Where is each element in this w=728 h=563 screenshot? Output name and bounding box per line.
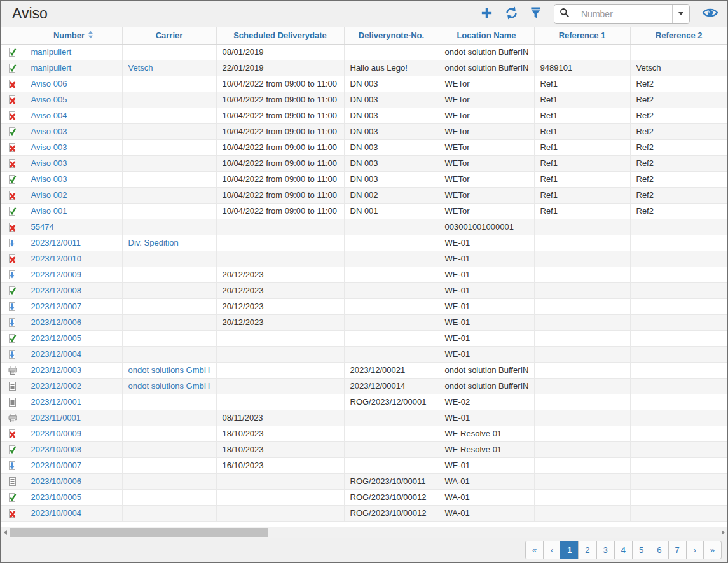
list-status-icon [8, 476, 17, 487]
cell-scheduled-deliverydate: 10/04/2022 from 09:00 to 11:00 [216, 139, 344, 155]
status-column-header [1, 27, 25, 44]
table-row: Aviso 004 10/04/2022 from 09:00 to 11:00… [1, 108, 727, 123]
cell-scheduled-deliverydate: 18/10/2023 [216, 426, 344, 441]
carrier-link[interactable]: ondot solutions GmbH [128, 365, 210, 375]
filter-button[interactable] [528, 5, 543, 23]
number-link[interactable]: 2023/12/0003 [31, 365, 82, 375]
number-link[interactable]: 2023/10/0009 [31, 429, 82, 438]
number-link[interactable]: 2023/10/0008 [31, 445, 82, 454]
page-button-5[interactable]: 5 [632, 541, 650, 559]
eye-icon [702, 6, 718, 21]
number-link[interactable]: 2023/12/0002 [31, 381, 82, 391]
number-link[interactable]: Aviso 003 [31, 127, 67, 136]
printer-status-icon [8, 365, 18, 375]
number-link[interactable]: Aviso 001 [31, 206, 67, 216]
search-input[interactable] [575, 5, 672, 23]
number-link[interactable]: Aviso 002 [31, 190, 67, 200]
cell-reference-2: Ref2 [630, 108, 727, 123]
number-link[interactable]: 2023/10/0007 [31, 461, 82, 470]
number-link[interactable]: 2023/12/0006 [31, 317, 82, 327]
cell-location-name: WETor [439, 139, 534, 155]
page-button-2[interactable]: 2 [578, 541, 596, 559]
number-link[interactable]: 2023/12/0011 [31, 238, 81, 247]
number-link[interactable]: Aviso 003 [31, 158, 67, 168]
cell-deliverynote-no: DN 003 [344, 123, 439, 139]
column-header-deliverynote-no[interactable]: Deliverynote-No. [344, 27, 439, 44]
number-link[interactable]: 2023/10/0004 [31, 508, 82, 518]
table-row: 2023/12/0005 WE-01 [1, 330, 727, 346]
number-link[interactable]: Aviso 006 [31, 79, 67, 88]
scroll-right-button[interactable] [718, 527, 727, 538]
number-link[interactable]: 2023/12/0010 [31, 254, 82, 263]
cell-location-name: WETor [439, 203, 534, 219]
visibility-button[interactable] [701, 5, 720, 22]
search-field-dropdown-button[interactable] [672, 5, 689, 23]
carrier-link[interactable]: Vetsch [128, 63, 153, 73]
page-prev-button[interactable]: ‹ [543, 541, 561, 559]
cell-deliverynote-no [344, 314, 439, 330]
cell-deliverynote-no [344, 426, 439, 441]
column-header-scheduled-deliverydate[interactable]: Scheduled Deliverydate [216, 27, 344, 44]
page-button-6[interactable]: 6 [650, 541, 668, 559]
page-button-1[interactable]: 1 [560, 541, 579, 559]
sort-icon[interactable] [88, 31, 93, 41]
refresh-button[interactable] [503, 4, 520, 24]
page-next-button[interactable]: › [686, 541, 704, 559]
number-link[interactable]: 2023/12/0008 [31, 286, 82, 295]
number-link[interactable]: Aviso 004 [31, 111, 67, 120]
number-link[interactable]: Aviso 003 [31, 142, 67, 152]
page-button-3[interactable]: 3 [596, 541, 615, 559]
cell-reference-2 [630, 378, 727, 394]
cell-deliverynote-no: DN 003 [344, 76, 439, 92]
column-header-number[interactable]: Number [25, 27, 122, 44]
page-button-4[interactable]: 4 [614, 541, 633, 559]
number-link[interactable]: manipuliert [31, 63, 72, 73]
cell-scheduled-deliverydate [216, 235, 344, 251]
cell-scheduled-deliverydate [216, 378, 344, 394]
column-header-reference-2[interactable]: Reference 2 [630, 27, 727, 44]
number-link[interactable]: 2023/10/0006 [31, 476, 82, 486]
horizontal-scrollbar[interactable] [1, 527, 727, 538]
cross-status-icon [8, 79, 17, 89]
cell-reference-1: Ref1 [534, 139, 630, 155]
scroll-left-button[interactable] [1, 527, 10, 538]
page-last-button[interactable]: » [703, 541, 722, 559]
column-header-carrier[interactable]: Carrier [122, 27, 216, 44]
cell-scheduled-deliverydate: 20/12/2023 [216, 314, 344, 330]
column-header-reference-1[interactable]: Reference 1 [534, 27, 630, 44]
number-link[interactable]: 2023/12/0005 [31, 333, 82, 343]
cell-deliverynote-no: DN 003 [344, 171, 439, 187]
cell-location-name: ondot solution BufferIN [439, 60, 534, 76]
carrier-link[interactable]: ondot solutions GmbH [128, 381, 210, 391]
carrier-link[interactable]: Div. Spedition [128, 238, 179, 247]
table-row: 55474 003001001000001 [1, 219, 727, 235]
table-row: 2023/12/0010 WE-01 [1, 251, 727, 267]
number-link[interactable]: Aviso 005 [31, 95, 67, 104]
cell-scheduled-deliverydate [216, 505, 344, 521]
page-button-7[interactable]: 7 [668, 541, 687, 559]
number-link[interactable]: 2023/12/0007 [31, 302, 82, 311]
check-status-icon [8, 174, 17, 184]
cell-scheduled-deliverydate: 10/04/2022 from 09:00 to 11:00 [216, 187, 344, 203]
number-link[interactable]: manipuliert [31, 47, 72, 57]
cell-reference-2 [630, 457, 727, 473]
cell-reference-2 [630, 426, 727, 441]
number-link[interactable]: 2023/12/0009 [31, 270, 82, 279]
search-button[interactable] [554, 5, 575, 23]
number-link[interactable]: Aviso 003 [31, 174, 67, 184]
aviso-table: Number Carrier Scheduled Deliverydate De… [1, 27, 727, 522]
add-button[interactable] [479, 5, 495, 23]
number-link[interactable]: 2023/12/0001 [31, 397, 82, 407]
number-link[interactable]: 2023/11/0001 [31, 413, 81, 422]
column-header-location-name[interactable]: Location Name [439, 27, 534, 44]
cell-scheduled-deliverydate [216, 394, 344, 410]
scrollbar-thumb[interactable] [10, 528, 268, 537]
cell-reference-1 [534, 426, 630, 441]
cross-status-icon [8, 95, 17, 105]
number-link[interactable]: 2023/10/0005 [31, 492, 82, 502]
number-link[interactable]: 2023/12/0004 [31, 349, 82, 359]
table-row: Aviso 001 10/04/2022 from 09:00 to 11:00… [1, 203, 727, 219]
page-first-button[interactable]: « [525, 541, 544, 559]
cell-reference-2 [630, 505, 727, 521]
number-link[interactable]: 55474 [31, 222, 54, 232]
